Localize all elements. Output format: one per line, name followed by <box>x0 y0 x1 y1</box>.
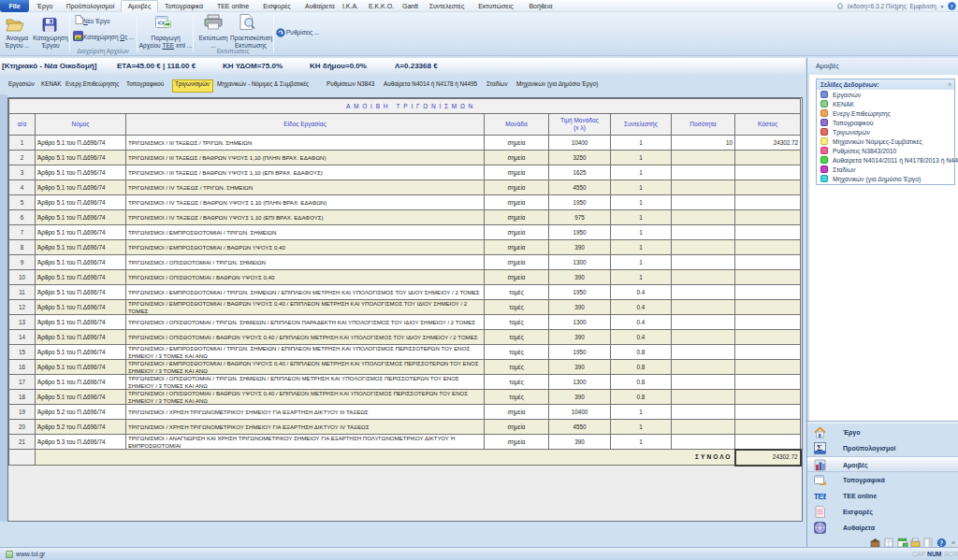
svg-text:Σ: Σ <box>817 443 822 452</box>
svg-text:TEE: TEE <box>814 491 826 501</box>
svg-text:<>: <> <box>157 21 165 27</box>
svg-text:»: » <box>951 539 955 546</box>
svg-text:?: ? <box>951 3 953 9</box>
